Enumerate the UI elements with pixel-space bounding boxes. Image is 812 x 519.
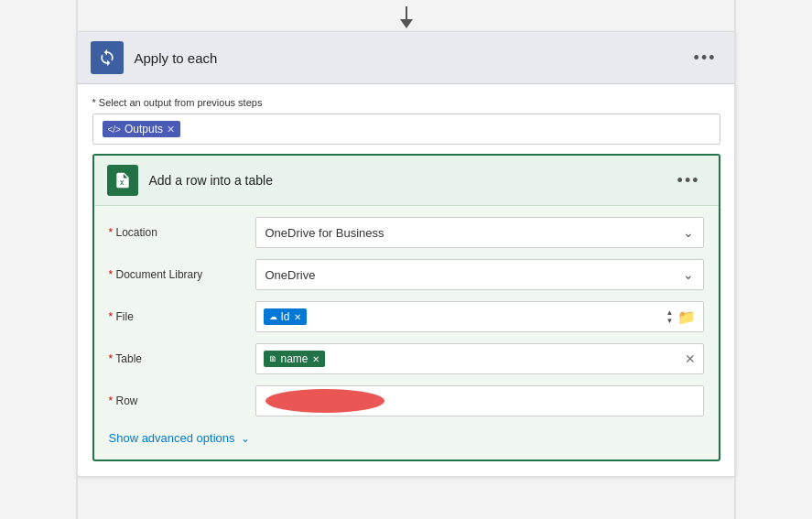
- file-controls: ▲ ▼ 📁: [666, 308, 696, 326]
- add-row-header: Add a row into a table •••: [94, 156, 719, 206]
- file-token-remove[interactable]: ✕: [294, 312, 301, 322]
- table-row-field: * Table 🗎 name ✕ ✕: [109, 343, 704, 374]
- stepper-down[interactable]: ▼: [666, 318, 674, 325]
- file-row: * File ☁ Id ✕ ▲: [109, 301, 704, 332]
- table-name-token[interactable]: 🗎 name ✕: [264, 351, 325, 367]
- location-value: OneDrive for Business: [265, 226, 384, 240]
- apply-to-each-title: Apply to each: [135, 50, 688, 66]
- excel-icon: [107, 165, 138, 196]
- file-input[interactable]: ☁ Id ✕ ▲ ▼ 📁: [255, 301, 704, 332]
- stepper-up[interactable]: ▲: [666, 309, 674, 317]
- document-library-select[interactable]: OneDrive ⌄: [255, 259, 704, 290]
- show-advanced-chevron-icon: ⌄: [241, 432, 250, 445]
- location-dropdown-arrow: ⌄: [683, 225, 694, 240]
- file-token-icon: ☁: [269, 312, 277, 321]
- right-border-line: [734, 0, 736, 519]
- document-library-label: * Document Library: [109, 268, 255, 281]
- select-output-label: * Select an output from previous steps: [92, 97, 720, 108]
- file-stepper[interactable]: ▲ ▼: [666, 309, 674, 325]
- add-row-more-options-button[interactable]: •••: [672, 169, 706, 192]
- left-border-line: [76, 0, 78, 519]
- show-advanced-options-button[interactable]: Show advanced options ⌄: [109, 427, 704, 449]
- add-row-card: Add a row into a table ••• * Location On…: [92, 154, 720, 461]
- document-library-value: OneDrive: [265, 268, 316, 282]
- red-annotation-oval: [265, 389, 384, 413]
- outputs-token[interactable]: </> Outputs ✕: [103, 121, 181, 137]
- apply-more-options-button[interactable]: •••: [688, 47, 722, 70]
- token-remove-button[interactable]: ✕: [167, 124, 175, 135]
- file-id-token[interactable]: ☁ Id ✕: [264, 308, 307, 325]
- token-icon: </>: [108, 124, 121, 135]
- file-tokens: ☁ Id ✕: [264, 308, 307, 325]
- location-select[interactable]: OneDrive for Business ⌄: [255, 217, 704, 248]
- token-label: Outputs: [125, 123, 163, 135]
- row-input[interactable]: [255, 385, 704, 416]
- table-clear-button[interactable]: ✕: [685, 351, 696, 366]
- show-advanced-label: Show advanced options: [109, 431, 235, 445]
- table-token-icon: 🗎: [269, 354, 277, 363]
- row-label: * Row: [109, 395, 255, 407]
- location-row: * Location OneDrive for Business ⌄: [109, 217, 704, 248]
- file-token-label: Id: [281, 310, 290, 323]
- connector-arrow: [400, 4, 413, 31]
- table-tokens: 🗎 name ✕: [264, 351, 325, 367]
- file-label: * File: [109, 310, 255, 323]
- apply-header: Apply to each •••: [78, 32, 735, 84]
- select-output-section: * Select an output from previous steps <…: [78, 84, 735, 154]
- folder-icon[interactable]: 📁: [677, 308, 696, 326]
- form-body: * Location OneDrive for Business ⌄ * Doc…: [94, 206, 719, 460]
- excel-logo-icon: [114, 171, 132, 189]
- select-output-input[interactable]: </> Outputs ✕: [92, 114, 720, 145]
- loop-icon: [98, 49, 116, 67]
- table-token-label: name: [281, 352, 309, 365]
- page-wrapper: Apply to each ••• * Select an output fro…: [0, 0, 812, 519]
- table-token-remove[interactable]: ✕: [312, 354, 319, 364]
- apply-to-each-card: Apply to each ••• * Select an output fro…: [77, 31, 736, 477]
- apply-to-each-icon: [91, 41, 124, 74]
- row-field-row: * Row: [109, 385, 704, 416]
- location-label: * Location: [109, 226, 255, 239]
- document-library-dropdown-arrow: ⌄: [683, 267, 694, 282]
- document-library-row: * Document Library OneDrive ⌄: [109, 259, 704, 290]
- add-row-title: Add a row into a table: [149, 173, 672, 188]
- table-input[interactable]: 🗎 name ✕ ✕: [255, 343, 704, 374]
- table-label: * Table: [109, 352, 255, 365]
